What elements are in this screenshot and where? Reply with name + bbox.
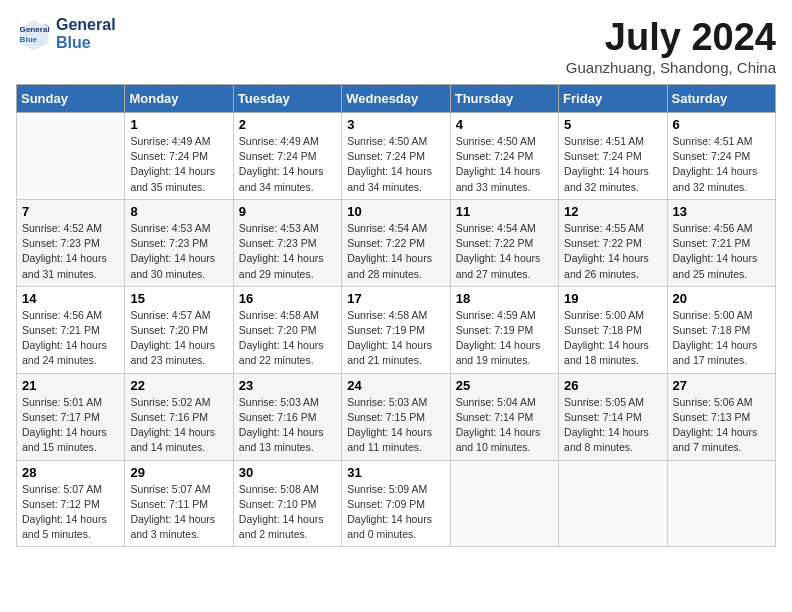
day-number: 21 (22, 378, 119, 393)
calendar-cell: 2Sunrise: 4:49 AM Sunset: 7:24 PM Daylig… (233, 113, 341, 200)
calendar-cell: 19Sunrise: 5:00 AM Sunset: 7:18 PM Dayli… (559, 286, 667, 373)
title-block: July 2024 Guanzhuang, Shandong, China (566, 16, 776, 76)
day-number: 9 (239, 204, 336, 219)
day-info: Sunrise: 5:08 AM Sunset: 7:10 PM Dayligh… (239, 482, 336, 543)
day-number: 25 (456, 378, 553, 393)
day-info: Sunrise: 5:01 AM Sunset: 7:17 PM Dayligh… (22, 395, 119, 456)
day-number: 8 (130, 204, 227, 219)
calendar-cell: 1Sunrise: 4:49 AM Sunset: 7:24 PM Daylig… (125, 113, 233, 200)
calendar-cell (559, 460, 667, 547)
day-info: Sunrise: 5:00 AM Sunset: 7:18 PM Dayligh… (673, 308, 770, 369)
logo-blue: Blue (56, 34, 116, 52)
day-info: Sunrise: 4:51 AM Sunset: 7:24 PM Dayligh… (564, 134, 661, 195)
day-info: Sunrise: 5:09 AM Sunset: 7:09 PM Dayligh… (347, 482, 444, 543)
day-number: 11 (456, 204, 553, 219)
day-info: Sunrise: 4:50 AM Sunset: 7:24 PM Dayligh… (347, 134, 444, 195)
day-info: Sunrise: 4:59 AM Sunset: 7:19 PM Dayligh… (456, 308, 553, 369)
calendar-cell: 28Sunrise: 5:07 AM Sunset: 7:12 PM Dayli… (17, 460, 125, 547)
day-number: 29 (130, 465, 227, 480)
day-number: 22 (130, 378, 227, 393)
calendar-cell: 5Sunrise: 4:51 AM Sunset: 7:24 PM Daylig… (559, 113, 667, 200)
day-info: Sunrise: 4:51 AM Sunset: 7:24 PM Dayligh… (673, 134, 770, 195)
calendar-cell: 6Sunrise: 4:51 AM Sunset: 7:24 PM Daylig… (667, 113, 775, 200)
header-wednesday: Wednesday (342, 85, 450, 113)
week-row-5: 28Sunrise: 5:07 AM Sunset: 7:12 PM Dayli… (17, 460, 776, 547)
calendar-cell: 15Sunrise: 4:57 AM Sunset: 7:20 PM Dayli… (125, 286, 233, 373)
day-number: 30 (239, 465, 336, 480)
day-info: Sunrise: 5:03 AM Sunset: 7:15 PM Dayligh… (347, 395, 444, 456)
week-row-3: 14Sunrise: 4:56 AM Sunset: 7:21 PM Dayli… (17, 286, 776, 373)
svg-text:General: General (20, 25, 50, 34)
day-number: 4 (456, 117, 553, 132)
calendar-cell: 17Sunrise: 4:58 AM Sunset: 7:19 PM Dayli… (342, 286, 450, 373)
day-info: Sunrise: 4:49 AM Sunset: 7:24 PM Dayligh… (130, 134, 227, 195)
day-info: Sunrise: 4:55 AM Sunset: 7:22 PM Dayligh… (564, 221, 661, 282)
calendar-cell: 18Sunrise: 4:59 AM Sunset: 7:19 PM Dayli… (450, 286, 558, 373)
calendar-cell: 20Sunrise: 5:00 AM Sunset: 7:18 PM Dayli… (667, 286, 775, 373)
calendar-cell: 21Sunrise: 5:01 AM Sunset: 7:17 PM Dayli… (17, 373, 125, 460)
week-row-1: 1Sunrise: 4:49 AM Sunset: 7:24 PM Daylig… (17, 113, 776, 200)
header-sunday: Sunday (17, 85, 125, 113)
calendar-table: SundayMondayTuesdayWednesdayThursdayFrid… (16, 84, 776, 547)
day-info: Sunrise: 5:07 AM Sunset: 7:12 PM Dayligh… (22, 482, 119, 543)
calendar-cell: 24Sunrise: 5:03 AM Sunset: 7:15 PM Dayli… (342, 373, 450, 460)
calendar-body: 1Sunrise: 4:49 AM Sunset: 7:24 PM Daylig… (17, 113, 776, 547)
day-info: Sunrise: 5:06 AM Sunset: 7:13 PM Dayligh… (673, 395, 770, 456)
day-info: Sunrise: 4:50 AM Sunset: 7:24 PM Dayligh… (456, 134, 553, 195)
day-info: Sunrise: 5:04 AM Sunset: 7:14 PM Dayligh… (456, 395, 553, 456)
day-number: 16 (239, 291, 336, 306)
logo-general: General (56, 16, 116, 34)
calendar-cell (450, 460, 558, 547)
calendar-cell: 7Sunrise: 4:52 AM Sunset: 7:23 PM Daylig… (17, 199, 125, 286)
day-info: Sunrise: 4:53 AM Sunset: 7:23 PM Dayligh… (239, 221, 336, 282)
calendar-cell: 27Sunrise: 5:06 AM Sunset: 7:13 PM Dayli… (667, 373, 775, 460)
calendar-cell: 4Sunrise: 4:50 AM Sunset: 7:24 PM Daylig… (450, 113, 558, 200)
day-number: 15 (130, 291, 227, 306)
day-number: 18 (456, 291, 553, 306)
calendar-cell: 22Sunrise: 5:02 AM Sunset: 7:16 PM Dayli… (125, 373, 233, 460)
calendar-cell: 9Sunrise: 4:53 AM Sunset: 7:23 PM Daylig… (233, 199, 341, 286)
day-info: Sunrise: 5:03 AM Sunset: 7:16 PM Dayligh… (239, 395, 336, 456)
day-info: Sunrise: 4:49 AM Sunset: 7:24 PM Dayligh… (239, 134, 336, 195)
day-info: Sunrise: 4:54 AM Sunset: 7:22 PM Dayligh… (456, 221, 553, 282)
calendar-cell (667, 460, 775, 547)
calendar-cell: 10Sunrise: 4:54 AM Sunset: 7:22 PM Dayli… (342, 199, 450, 286)
day-number: 24 (347, 378, 444, 393)
week-row-2: 7Sunrise: 4:52 AM Sunset: 7:23 PM Daylig… (17, 199, 776, 286)
calendar-cell: 14Sunrise: 4:56 AM Sunset: 7:21 PM Dayli… (17, 286, 125, 373)
calendar-cell: 11Sunrise: 4:54 AM Sunset: 7:22 PM Dayli… (450, 199, 558, 286)
day-number: 27 (673, 378, 770, 393)
week-row-4: 21Sunrise: 5:01 AM Sunset: 7:17 PM Dayli… (17, 373, 776, 460)
page-header: General Blue General Blue July 2024 Guan… (16, 16, 776, 76)
day-number: 13 (673, 204, 770, 219)
calendar-cell: 16Sunrise: 4:58 AM Sunset: 7:20 PM Dayli… (233, 286, 341, 373)
day-number: 6 (673, 117, 770, 132)
day-number: 12 (564, 204, 661, 219)
calendar-header-row: SundayMondayTuesdayWednesdayThursdayFrid… (17, 85, 776, 113)
calendar-cell: 12Sunrise: 4:55 AM Sunset: 7:22 PM Dayli… (559, 199, 667, 286)
day-number: 3 (347, 117, 444, 132)
calendar-cell: 13Sunrise: 4:56 AM Sunset: 7:21 PM Dayli… (667, 199, 775, 286)
header-tuesday: Tuesday (233, 85, 341, 113)
day-info: Sunrise: 4:56 AM Sunset: 7:21 PM Dayligh… (673, 221, 770, 282)
day-number: 26 (564, 378, 661, 393)
location-subtitle: Guanzhuang, Shandong, China (566, 59, 776, 76)
day-number: 7 (22, 204, 119, 219)
day-info: Sunrise: 5:00 AM Sunset: 7:18 PM Dayligh… (564, 308, 661, 369)
day-info: Sunrise: 5:02 AM Sunset: 7:16 PM Dayligh… (130, 395, 227, 456)
day-info: Sunrise: 5:07 AM Sunset: 7:11 PM Dayligh… (130, 482, 227, 543)
day-info: Sunrise: 4:58 AM Sunset: 7:19 PM Dayligh… (347, 308, 444, 369)
day-number: 20 (673, 291, 770, 306)
svg-text:Blue: Blue (20, 35, 38, 44)
day-info: Sunrise: 4:52 AM Sunset: 7:23 PM Dayligh… (22, 221, 119, 282)
day-number: 2 (239, 117, 336, 132)
logo-icon: General Blue (16, 16, 52, 52)
month-title: July 2024 (566, 16, 776, 59)
header-saturday: Saturday (667, 85, 775, 113)
day-info: Sunrise: 4:56 AM Sunset: 7:21 PM Dayligh… (22, 308, 119, 369)
day-number: 1 (130, 117, 227, 132)
calendar-cell: 29Sunrise: 5:07 AM Sunset: 7:11 PM Dayli… (125, 460, 233, 547)
calendar-cell: 31Sunrise: 5:09 AM Sunset: 7:09 PM Dayli… (342, 460, 450, 547)
calendar-cell: 23Sunrise: 5:03 AM Sunset: 7:16 PM Dayli… (233, 373, 341, 460)
day-info: Sunrise: 4:54 AM Sunset: 7:22 PM Dayligh… (347, 221, 444, 282)
